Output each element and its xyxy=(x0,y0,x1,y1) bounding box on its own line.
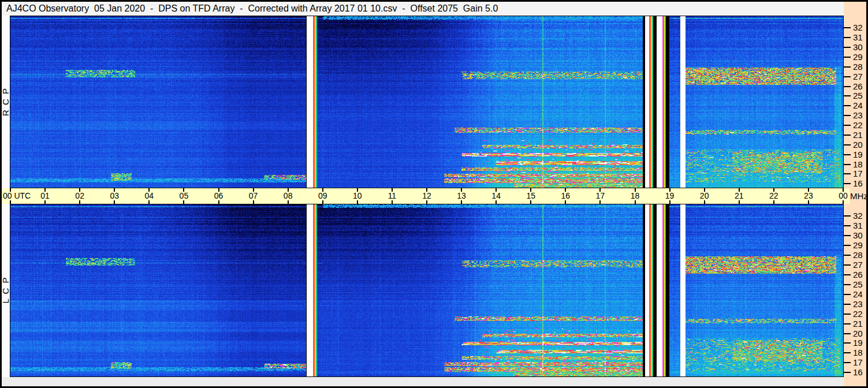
freq-label: 26 xyxy=(853,81,866,91)
freq-label: 27 xyxy=(853,72,866,81)
freq-tick xyxy=(844,255,851,256)
freq-tick xyxy=(844,66,851,68)
freq-label: 27 xyxy=(853,260,866,270)
freq-tick xyxy=(844,37,851,38)
time-label: 12 xyxy=(416,191,437,200)
freq-label: 29 xyxy=(853,240,866,250)
time-label: 07 xyxy=(243,191,264,200)
freq-tick xyxy=(844,352,851,353)
freq-tick xyxy=(844,86,851,87)
freq-label: 19 xyxy=(853,150,866,159)
freq-label: 18 xyxy=(853,159,866,169)
freq-tick xyxy=(844,105,851,106)
freq-tick xyxy=(844,47,851,48)
freq-tick xyxy=(844,274,851,275)
window-title: AJ4CO Observatory 05 Jan 2020 - DPS on T… xyxy=(6,3,498,14)
time-label: 18 xyxy=(625,191,646,200)
freq-tick xyxy=(844,135,851,136)
freq-label: 31 xyxy=(853,32,866,42)
freq-tick xyxy=(844,342,851,344)
rcp-spectrogram-panel xyxy=(10,16,844,188)
freq-label: 19 xyxy=(853,338,866,348)
time-label: 14 xyxy=(486,191,506,200)
freq-label: 24 xyxy=(853,100,866,110)
freq-label: 21 xyxy=(853,319,866,329)
freq-label: 16 xyxy=(853,367,866,377)
lcp-spectrogram-panel xyxy=(10,204,844,377)
time-label: 09 xyxy=(312,191,333,200)
time-label: 02 xyxy=(69,191,90,200)
freq-label: 20 xyxy=(853,140,866,150)
freq-tick xyxy=(844,173,851,174)
freq-label: 23 xyxy=(853,110,866,120)
time-label: 15 xyxy=(520,191,541,200)
time-label: 03 xyxy=(104,191,125,200)
freq-tick xyxy=(844,314,851,315)
freq-tick xyxy=(844,154,851,155)
freq-tick xyxy=(844,225,851,226)
freq-tick xyxy=(844,125,851,126)
freq-tick xyxy=(844,215,851,217)
time-label: 16 xyxy=(555,191,576,200)
freq-label: 32 xyxy=(853,211,866,221)
freq-tick xyxy=(844,264,851,266)
freq-tick xyxy=(844,235,851,236)
freq-label: 28 xyxy=(853,250,866,260)
freq-tick xyxy=(844,115,851,116)
freq-tick xyxy=(844,304,851,305)
lcp-spectrogram-canvas xyxy=(10,204,843,376)
app-window: AJ4CO Observatory 05 Jan 2020 - DPS on T… xyxy=(0,0,868,388)
freq-tick xyxy=(844,144,851,146)
freq-label: 25 xyxy=(853,91,866,100)
time-label: 11 xyxy=(382,191,403,200)
time-label: 22 xyxy=(763,191,784,200)
freq-tick xyxy=(844,323,851,324)
freq-tick xyxy=(844,294,851,295)
freq-label: 18 xyxy=(853,348,866,357)
time-label: 10 xyxy=(347,191,368,200)
freq-tick xyxy=(844,333,851,334)
time-label: 06 xyxy=(208,191,229,200)
freq-tick xyxy=(844,27,851,28)
freq-tick xyxy=(844,76,851,77)
freq-tick xyxy=(844,372,851,373)
time-label: 23 xyxy=(798,191,819,200)
freq-label: 16 xyxy=(853,178,866,188)
time-label: 17 xyxy=(590,191,610,200)
time-axis: 00 UTC0102030405060708091011121314151617… xyxy=(2,188,850,204)
time-label: 21 xyxy=(729,191,750,200)
title-bar: AJ4CO Observatory 05 Jan 2020 - DPS on T… xyxy=(2,2,844,16)
freq-label: 23 xyxy=(853,299,866,309)
freq-tick xyxy=(844,284,851,285)
freq-label: 22 xyxy=(853,120,866,130)
freq-tick xyxy=(844,245,851,246)
time-label: 13 xyxy=(451,191,472,200)
time-label: 20 xyxy=(694,191,715,200)
time-label: 19 xyxy=(660,191,680,200)
time-label: 08 xyxy=(278,191,299,200)
time-label: 01 xyxy=(35,191,55,200)
freq-label: 22 xyxy=(853,309,866,319)
freq-tick xyxy=(844,362,851,363)
freq-tick xyxy=(844,164,851,165)
freq-label: 25 xyxy=(853,279,866,289)
time-label: 05 xyxy=(173,191,194,200)
time-label: 04 xyxy=(139,191,159,200)
freq-label: 17 xyxy=(853,357,866,367)
freq-label: 20 xyxy=(853,329,866,338)
bottom-margin-strip xyxy=(2,377,844,386)
freq-label: 17 xyxy=(853,169,866,178)
freq-tick xyxy=(844,95,851,96)
freq-label: 31 xyxy=(853,221,866,230)
freq-label: 30 xyxy=(853,42,866,52)
freq-label: 32 xyxy=(853,23,866,32)
freq-label: 26 xyxy=(853,270,866,279)
freq-label: 30 xyxy=(853,230,866,240)
freq-label: 28 xyxy=(853,62,866,72)
mhz-unit-label: MHz xyxy=(850,191,868,201)
freq-label: 24 xyxy=(853,289,866,299)
freq-label: 21 xyxy=(853,130,866,140)
freq-tick xyxy=(844,57,851,58)
freq-label: 29 xyxy=(853,52,866,62)
freq-tick xyxy=(844,183,851,184)
